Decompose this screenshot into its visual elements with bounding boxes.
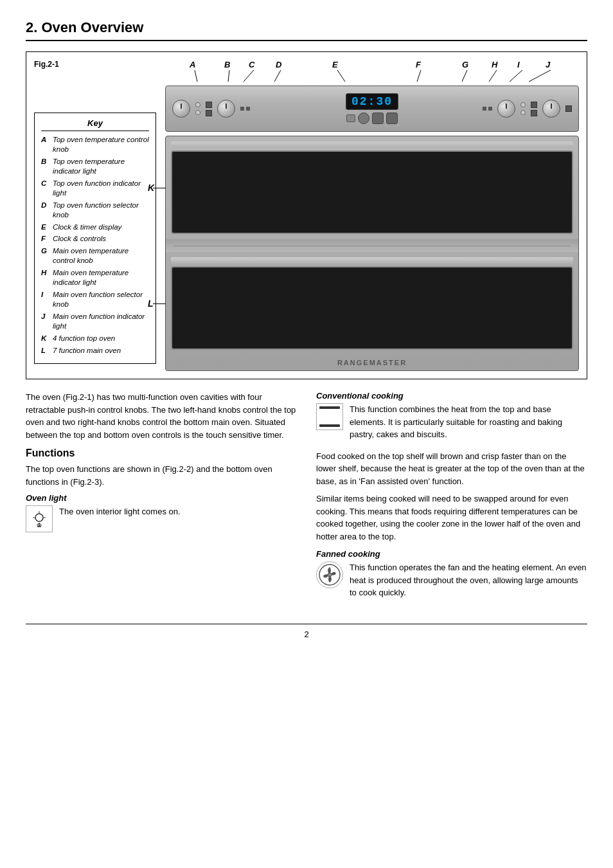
key-item-i: I Main oven function selector knob — [41, 290, 149, 309]
svg-line-6 — [462, 70, 467, 82]
svg-line-5 — [417, 70, 421, 82]
letter-labels-row: A B C D E F G H I J — [172, 60, 579, 83]
label-f: F — [416, 60, 421, 69]
key-item-l: L 7 function main oven — [41, 346, 149, 356]
icon-mark-2 — [246, 107, 250, 111]
fanned-item: Fanned cooking This function — [316, 549, 587, 604]
col-left: The oven (Fig.2-1) has two multi-functio… — [26, 391, 297, 611]
indicator-b-top-temp — [195, 102, 200, 107]
timer-btn-4[interactable] — [386, 113, 398, 124]
conventional-text3: Similar items being cooked will need to … — [316, 493, 587, 543]
svg-point-10 — [35, 514, 43, 521]
knob-g-main-oven-temp[interactable] — [497, 100, 515, 118]
timer-controls — [346, 113, 398, 124]
key-title: Key — [41, 118, 149, 131]
key-item-d: D Top oven function selector knob — [41, 201, 149, 220]
panel-square-2 — [206, 110, 212, 116]
main-oven-section: L — [166, 252, 578, 355]
svg-line-1 — [228, 70, 229, 82]
fanned-title: Fanned cooking — [316, 549, 587, 559]
oven-divider — [166, 239, 578, 252]
svg-point-18 — [328, 573, 332, 577]
oven-light-desc: The oven interior light comes on. — [59, 505, 181, 518]
knob-a-top-oven-temp[interactable] — [172, 100, 190, 118]
key-item-c: C Top oven function indicator light — [41, 179, 149, 198]
label-c: C — [249, 60, 254, 69]
key-item-e: E Clock & timer display — [41, 222, 149, 232]
knob-d-top-function[interactable] — [217, 100, 235, 118]
top-oven-section: K — [166, 136, 578, 239]
k-line — [153, 188, 166, 188]
control-panel: 02:30 — [165, 86, 579, 132]
key-item-k: K 4 function top oven — [41, 334, 149, 343]
label-h: H — [492, 60, 497, 69]
key-item-f: F Clock & controls — [41, 234, 149, 244]
section-title: 2. Oven Overview — [26, 19, 587, 41]
col-right: Conventional cooking This function combi… — [316, 391, 587, 611]
oven-light-svg — [29, 509, 49, 529]
knob-i-main-function[interactable] — [542, 100, 560, 118]
oven-brand: RANGEmaster — [166, 355, 578, 370]
svg-line-8 — [510, 70, 522, 82]
oven-light-item: Oven light The oven interior — [26, 493, 297, 532]
oven-light-icon-row: The oven interior light comes on. — [26, 505, 297, 532]
label-g: G — [462, 60, 468, 69]
conventional-item: Conventional cooking This function combi… — [316, 391, 587, 543]
panel-section-right — [417, 100, 572, 118]
fanned-icon — [316, 561, 343, 588]
svg-line-7 — [489, 70, 497, 82]
label-d: D — [276, 60, 281, 69]
timer-btn-1[interactable] — [346, 114, 355, 122]
label-j: J — [546, 60, 550, 69]
conventional-icon — [316, 403, 343, 430]
conventional-desc: This function combines the heat from the… — [350, 403, 587, 441]
key-item-h: H Main oven temperature indicator light — [41, 268, 149, 287]
timer-btn-2[interactable] — [358, 113, 369, 124]
top-oven-top-band — [171, 141, 573, 148]
indicator-j-main-function — [520, 110, 526, 115]
conventional-title: Conventional cooking — [316, 391, 587, 401]
key-box: Key A Top oven temperature control knob … — [34, 113, 156, 364]
indicator-c-top-function — [195, 110, 200, 115]
intro-text: The oven (Fig.2-1) has two multi-functio… — [26, 391, 297, 441]
timer-btn-3[interactable] — [372, 113, 384, 124]
divider-line — [173, 246, 571, 246]
panel-section-middle: 02:30 — [327, 93, 417, 124]
panel-square-3 — [531, 102, 537, 108]
indicator-h-main-temp — [520, 102, 526, 107]
svg-line-0 — [195, 70, 197, 82]
label-a: A — [190, 60, 195, 69]
label-i: I — [517, 60, 520, 69]
label-b: B — [224, 60, 230, 69]
panel-section-left — [172, 100, 327, 118]
indicator-panel-j — [565, 105, 572, 112]
label-e: E — [332, 60, 338, 69]
icon-mark-4 — [488, 107, 492, 111]
page: 2. Oven Overview Fig.2-1 Key A Top oven … — [0, 0, 613, 658]
label-arrows — [172, 70, 579, 83]
icon-mark-3 — [483, 107, 486, 111]
panel-square-1 — [206, 102, 212, 108]
top-oven-inner — [171, 150, 573, 234]
clock-display: 02:30 — [346, 93, 398, 110]
l-line — [153, 303, 166, 304]
svg-line-9 — [529, 70, 551, 82]
svg-line-4 — [337, 70, 345, 82]
panel-square-4 — [531, 110, 537, 116]
figure-container: Fig.2-1 Key A Top oven temperature contr… — [26, 51, 587, 379]
oven-body: K L — [165, 136, 579, 371]
key-item-g: G Main oven temperature control knob — [41, 246, 149, 266]
functions-title: Functions — [26, 448, 297, 459]
key-item-j: J Main oven function indicator light — [41, 312, 149, 331]
key-item-b: B Top oven temperature indicator light — [41, 157, 149, 176]
oven-light-title: Oven light — [26, 493, 297, 503]
main-oven-inner — [171, 266, 573, 350]
conventional-text2: Food cooked on the top shelf will brown … — [316, 450, 587, 488]
conventional-icon-row: This function combines the heat from the… — [316, 403, 587, 446]
svg-line-2 — [244, 70, 254, 82]
oven-diagram: A B C D E F G H I J — [165, 60, 579, 371]
two-col-content: The oven (Fig.2-1) has two multi-functio… — [26, 391, 587, 611]
figure-label: Fig.2-1 — [34, 60, 156, 69]
page-number: 2 — [26, 624, 587, 639]
main-oven-top-band — [171, 257, 573, 264]
